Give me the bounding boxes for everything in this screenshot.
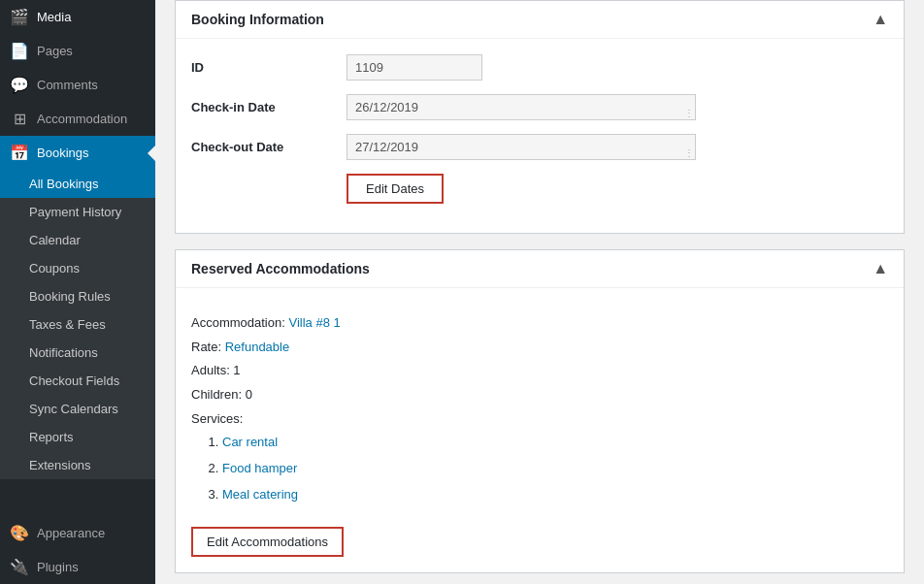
sidebar-item-reports[interactable]: Reports: [0, 423, 155, 451]
accommodations-header: Reserved Accommodations ▲: [176, 250, 904, 288]
list-item: Food hamper: [222, 457, 888, 481]
accommodation-label: Accommodation:: [191, 315, 285, 330]
sidebar-item-notifications[interactable]: Notifications: [0, 339, 155, 367]
sidebar-item-pages[interactable]: 📄 Pages: [0, 34, 155, 68]
sidebar-item-appearance[interactable]: 🎨 Appearance: [0, 516, 155, 550]
edit-dates-row: Edit Dates: [191, 174, 888, 204]
id-input: 1109: [346, 54, 482, 81]
sidebar-item-all-bookings[interactable]: All Bookings: [0, 170, 155, 198]
sidebar-item-calendar[interactable]: Calendar: [0, 226, 155, 254]
edit-dates-button[interactable]: Edit Dates: [346, 174, 444, 204]
accommodations-title: Reserved Accommodations: [191, 261, 370, 276]
sidebar-item-comments[interactable]: 💬 Comments: [0, 68, 155, 102]
checkin-input[interactable]: 26/12/2019: [346, 94, 696, 120]
service-food-hamper-link[interactable]: Food hamper: [222, 461, 297, 475]
checkout-input[interactable]: 27/12/2019: [346, 134, 696, 160]
children-line: Children: 0: [191, 383, 888, 407]
sidebar-item-payment-history[interactable]: Payment History: [0, 198, 155, 226]
id-label: ID: [191, 60, 346, 75]
accommodation-details: Accommodation: Villa #8 1 Rate: Refundab…: [191, 304, 888, 517]
comments-icon: 💬: [10, 76, 29, 94]
checkin-label: Check-in Date: [191, 100, 346, 114]
collapse-icon[interactable]: ▲: [873, 11, 888, 28]
id-input-wrapper: 1109: [346, 54, 482, 81]
accommodation-link[interactable]: Villa #8 1: [288, 315, 340, 330]
booking-info-title: Booking Information: [191, 12, 324, 27]
media-icon: 🎬: [10, 8, 29, 26]
sidebar-item-extensions[interactable]: Extensions: [0, 451, 155, 479]
sidebar-item-media[interactable]: 🎬 Media: [0, 0, 155, 34]
adults-line: Adults: 1: [191, 359, 888, 383]
bookings-icon: 📅: [10, 144, 29, 162]
booking-information-section: Booking Information ▲ ID 1109 Check-in D…: [175, 0, 905, 234]
reserved-accommodations-section: Reserved Accommodations ▲ Accommodation:…: [175, 249, 905, 573]
rate-link[interactable]: Refundable: [225, 340, 290, 354]
checkin-row: Check-in Date 26/12/2019 ⋮: [191, 94, 888, 120]
sidebar-item-sync-calendars[interactable]: Sync Calendars: [0, 395, 155, 423]
rate-line: Rate: Refundable: [191, 336, 888, 360]
checkout-label: Check-out Date: [191, 140, 346, 154]
pages-icon: 📄: [10, 42, 29, 60]
edit-accommodations-button[interactable]: Edit Accommodations: [191, 527, 344, 557]
sidebar-item-checkout-fields[interactable]: Checkout Fields: [0, 367, 155, 395]
sidebar-item-booking-rules[interactable]: Booking Rules: [0, 282, 155, 310]
services-label: Services:: [191, 407, 888, 432]
sidebar-item-bookings[interactable]: 📅 Bookings: [0, 136, 155, 170]
accommodation-line: Accommodation: Villa #8 1: [191, 311, 888, 336]
rate-label: Rate:: [191, 340, 221, 354]
sidebar-item-plugins[interactable]: 🔌 Plugins: [0, 550, 155, 584]
resize-handle-checkin: ⋮: [684, 109, 694, 118]
service-meal-catering-link[interactable]: Meal catering: [222, 487, 298, 502]
booking-info-body: ID 1109 Check-in Date 26/12/2019 ⋮ Check…: [176, 39, 904, 233]
resize-handle-checkout: ⋮: [684, 148, 694, 158]
sidebar-item-taxes-fees[interactable]: Taxes & Fees: [0, 310, 155, 339]
collapse-icon-2[interactable]: ▲: [873, 260, 888, 277]
service-car-rental-link[interactable]: Car rental: [222, 435, 278, 449]
accommodations-body: Accommodation: Villa #8 1 Rate: Refundab…: [176, 288, 904, 572]
booking-info-header: Booking Information ▲: [176, 1, 904, 39]
sidebar-item-coupons[interactable]: Coupons: [0, 254, 155, 282]
list-item: Car rental: [222, 431, 888, 455]
sidebar: 🎬 Media 📄 Pages 💬 Comments ⊞ Accommodati…: [0, 0, 155, 584]
plugins-icon: 🔌: [10, 558, 29, 576]
id-row: ID 1109: [191, 54, 888, 81]
checkout-input-wrapper: 27/12/2019 ⋮: [346, 134, 696, 160]
checkin-input-wrapper: 26/12/2019 ⋮: [346, 94, 696, 120]
sidebar-item-accommodation[interactable]: ⊞ Accommodation: [0, 102, 155, 136]
list-item: Meal catering: [222, 483, 888, 507]
main-content: Booking Information ▲ ID 1109 Check-in D…: [155, 0, 924, 584]
appearance-icon: 🎨: [10, 524, 29, 542]
services-list: Car rental Food hamper Meal catering: [222, 431, 888, 506]
bookings-submenu: All Bookings Payment History Calendar Co…: [0, 170, 155, 479]
accommodation-icon: ⊞: [10, 110, 29, 128]
checkout-row: Check-out Date 27/12/2019 ⋮: [191, 134, 888, 160]
